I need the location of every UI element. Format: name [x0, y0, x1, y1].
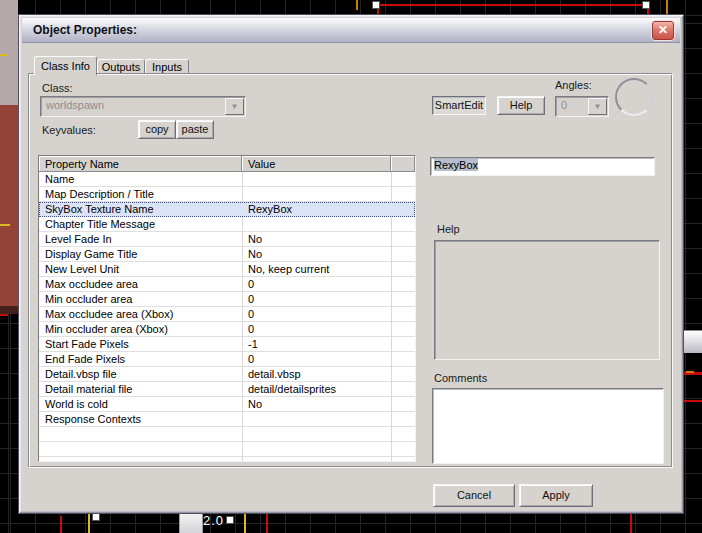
property-name-cell: World is cold [45, 397, 108, 411]
guide-line [244, 512, 246, 533]
table-row[interactable]: Start Fade Pixels-1 [39, 337, 415, 352]
property-value-cell: 0 [248, 322, 254, 336]
property-value-cell: detail/detailsprites [248, 382, 336, 396]
selection-tick [666, 0, 668, 14]
background-window-edge [682, 330, 702, 353]
comments-label: Comments [434, 372, 487, 384]
keyvalues-label: Keyvalues: [42, 124, 96, 136]
copy-button[interactable]: copy [138, 120, 176, 139]
window-title: Object Properties: [33, 18, 680, 42]
property-value-cell: No [248, 247, 262, 261]
selection-tick [356, 0, 358, 10]
table-row[interactable]: Max occludee area0 [39, 277, 415, 292]
table-row[interactable]: Name [39, 172, 415, 187]
chevron-down-icon[interactable]: ▼ [588, 98, 607, 115]
property-name-cell: Max occludee area [45, 277, 138, 291]
titlebar[interactable]: Object Properties: ✕ [22, 18, 680, 43]
property-name-cell: Detail material file [45, 382, 132, 396]
vertex-handle[interactable] [92, 513, 100, 521]
viewport-guide-line [0, 54, 8, 56]
viewport-3d-floor [0, 105, 18, 306]
paste-button[interactable]: paste [176, 120, 214, 139]
table-row[interactable]: Min occluder area0 [39, 292, 415, 307]
property-value-cell: 0 [248, 292, 254, 306]
property-value-cell: -1 [248, 337, 258, 351]
table-row[interactable]: World is coldNo [39, 397, 415, 412]
class-combobox[interactable]: worldspawn ▼ [40, 96, 246, 117]
property-name-cell: Response Contexts [45, 412, 141, 426]
property-value-cell: 0 [248, 277, 254, 291]
tab-inputs[interactable]: Inputs [145, 59, 189, 75]
help-content-box [434, 240, 660, 360]
table-row[interactable]: Response Contexts [39, 412, 415, 427]
close-icon[interactable]: ✕ [651, 20, 675, 41]
property-value-cell: detail.vbsp [248, 367, 301, 381]
selection-edge-line [266, 512, 268, 533]
angle-dial[interactable] [615, 78, 653, 116]
property-name-cell: Max occludee area (Xbox) [45, 307, 173, 321]
property-name-cell: Start Fade Pixels [45, 337, 129, 351]
table-row[interactable]: Chapter Title Message [39, 217, 415, 232]
property-value-cell: No [248, 232, 262, 246]
class-combobox-value: worldspawn [46, 99, 104, 111]
selection-edge-line [682, 400, 702, 402]
selection-edge-line [378, 4, 648, 6]
table-row[interactable]: Level Fade InNo [39, 232, 415, 247]
vertex-handle[interactable] [642, 1, 650, 9]
grid-scale-label: 2.0 [203, 513, 224, 528]
property-name-cell: Level Fade In [45, 232, 112, 246]
table-row[interactable]: Detail material filedetail/detailsprites [39, 382, 415, 397]
angles-label: Angles: [555, 79, 592, 91]
cancel-button[interactable]: Cancel [433, 484, 515, 507]
tab-class-info[interactable]: Class Info [34, 56, 97, 75]
property-table-header: Property Name Value [39, 156, 415, 172]
table-row[interactable]: Detail.vbsp filedetail.vbsp [39, 367, 415, 382]
property-name-cell: SkyBox Texture Name [45, 202, 154, 216]
property-name-cell: New Level Unit [45, 262, 119, 276]
table-row[interactable]: SkyBox Texture NameRexyBox [39, 202, 415, 217]
object-properties-dialog: Object Properties: ✕ Outputs Inputs Clas… [18, 14, 684, 514]
property-name-cell: Display Game Title [45, 247, 137, 261]
table-row[interactable]: New Level UnitNo, keep current [39, 262, 415, 277]
class-info-panel: Class: worldspawn ▼ SmartEdit Help Angle… [29, 74, 673, 468]
property-value-cell: 0 [248, 352, 254, 366]
comments-textarea[interactable] [432, 388, 664, 464]
angles-combobox[interactable]: 0 ▼ [555, 96, 609, 117]
selection-edge-line [60, 516, 62, 533]
column-header-value: Value [242, 156, 391, 172]
property-value-cell: RexyBox [248, 202, 292, 216]
property-table: Property Name Value NameMap Description … [38, 155, 416, 462]
table-row[interactable]: Min occluder area (Xbox)0 [39, 322, 415, 337]
table-row[interactable]: Map Description / Title [39, 187, 415, 202]
property-name-cell: Min occluder area (Xbox) [45, 322, 168, 336]
property-name-cell: Min occluder area [45, 292, 132, 306]
table-row[interactable]: Display Game TitleNo [39, 247, 415, 262]
chevron-down-icon[interactable]: ▼ [225, 98, 244, 115]
property-name-cell: Name [45, 172, 74, 186]
value-edit-text: RexyBox [434, 159, 478, 171]
property-name-cell: Map Description / Title [45, 187, 154, 201]
selection-edge-line [630, 512, 632, 533]
table-row[interactable]: Max occludee area (Xbox)0 [39, 307, 415, 322]
property-table-body: NameMap Description / TitleSkyBox Textur… [39, 172, 415, 461]
property-value-cell: No, keep current [248, 262, 329, 276]
smartedit-button[interactable]: SmartEdit [432, 96, 486, 115]
property-name-cell: Detail.vbsp file [45, 367, 117, 381]
viewport-3d-wall [0, 0, 18, 105]
vertex-handle[interactable] [226, 516, 234, 524]
value-edit-field[interactable]: RexyBox [430, 157, 655, 176]
class-label: Class: [42, 82, 73, 94]
apply-button[interactable]: Apply [519, 484, 593, 507]
property-name-cell: End Fade Pixels [45, 352, 125, 366]
selection-tick [686, 371, 694, 373]
property-value-cell: 0 [248, 307, 254, 321]
column-header-property-name: Property Name [39, 156, 242, 172]
tab-outputs[interactable]: Outputs [97, 59, 145, 75]
vertex-handle[interactable] [372, 1, 380, 9]
help-button[interactable]: Help [497, 96, 545, 115]
viewport-selection-line [0, 314, 8, 316]
help-section-label: Help [437, 223, 460, 235]
viewport-guide-line [0, 224, 10, 226]
angles-combobox-value: 0 [561, 99, 567, 111]
table-row[interactable]: End Fade Pixels0 [39, 352, 415, 367]
